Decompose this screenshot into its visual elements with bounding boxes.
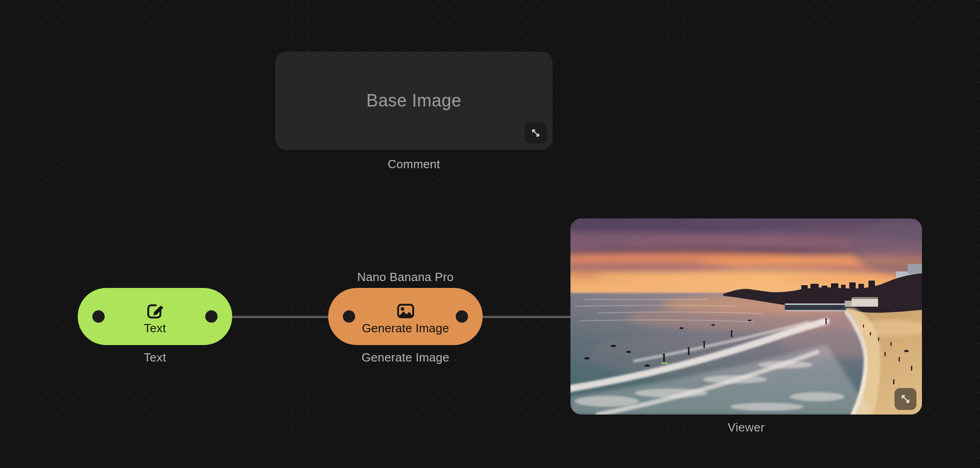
generate-node-label: Generate Image xyxy=(362,321,449,335)
edit-icon xyxy=(144,301,165,321)
viewer-caption: Viewer xyxy=(570,420,922,435)
node-text[interactable]: Text xyxy=(78,288,232,345)
viewer-photo-sunset-beach xyxy=(570,218,922,415)
expand-button[interactable] xyxy=(895,388,916,410)
output-port[interactable] xyxy=(456,310,468,323)
image-icon xyxy=(395,301,416,321)
text-node-label: Text xyxy=(144,321,166,335)
expand-diagonal-icon xyxy=(530,127,542,139)
output-port[interactable] xyxy=(205,310,218,323)
comment-caption: Comment xyxy=(275,157,553,171)
expand-button[interactable] xyxy=(525,122,546,144)
comment-title: Base Image xyxy=(367,91,462,111)
input-port[interactable] xyxy=(343,310,355,323)
text-node-content: Text xyxy=(144,301,166,335)
expand-diagonal-icon xyxy=(899,393,912,405)
node-comment-base-image[interactable]: Base Image xyxy=(275,52,553,150)
text-node-caption: Text xyxy=(78,351,232,365)
generate-node-header: Nano Banana Pro xyxy=(328,270,483,284)
node-canvas[interactable]: Base Image Comment Text Text Nano Banana… xyxy=(0,0,980,468)
input-port[interactable] xyxy=(92,310,105,323)
generate-node-content: Generate Image xyxy=(362,301,449,335)
node-generate-image[interactable]: Generate Image xyxy=(328,288,483,345)
generate-node-caption: Generate Image xyxy=(328,351,483,365)
node-viewer[interactable] xyxy=(570,218,922,415)
